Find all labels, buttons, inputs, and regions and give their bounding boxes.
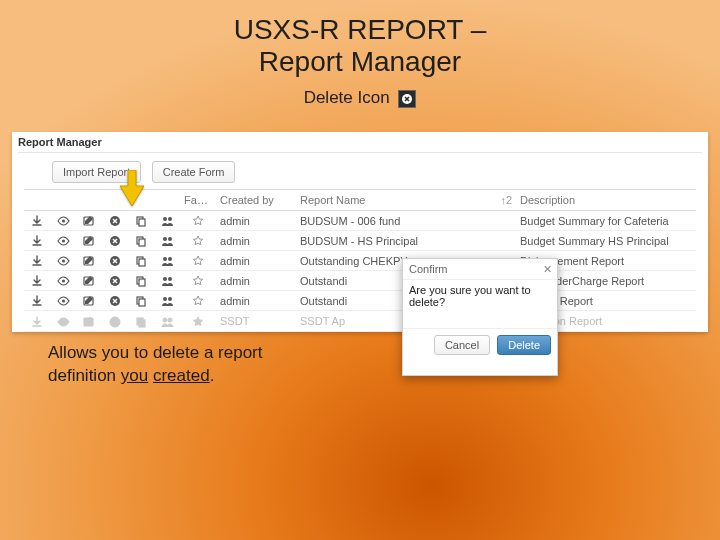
title-line2: Report Manager: [259, 46, 461, 77]
download-icon[interactable]: [24, 211, 50, 231]
svg-point-14: [168, 237, 172, 241]
share-icon[interactable]: [154, 291, 180, 311]
favorite-toggle[interactable]: [180, 211, 216, 231]
delete-icon-label-row: Delete Icon: [0, 88, 720, 108]
cancel-button[interactable]: Cancel: [434, 335, 490, 355]
svg-rect-19: [139, 259, 145, 266]
svg-point-35: [168, 297, 172, 301]
favorite-toggle[interactable]: [180, 311, 216, 331]
download-icon[interactable]: [24, 271, 50, 291]
dialog-close-icon[interactable]: ✕: [543, 263, 552, 276]
share-icon[interactable]: [154, 251, 180, 271]
delete-row-icon[interactable]: [102, 291, 128, 311]
download-icon[interactable]: [24, 311, 50, 331]
share-icon[interactable]: [154, 271, 180, 291]
cell-created-by: admin: [216, 231, 296, 251]
panel-title: Report Manager: [12, 132, 708, 150]
share-icon[interactable]: [154, 311, 180, 331]
view-icon[interactable]: [50, 251, 76, 271]
spacer-cell: [496, 231, 516, 251]
view-icon[interactable]: [50, 211, 76, 231]
svg-point-8: [61, 240, 64, 243]
table-row: adminOutstandihaseOrderCharge Report: [24, 271, 696, 291]
delete-button[interactable]: Delete: [497, 335, 551, 355]
download-icon[interactable]: [24, 231, 50, 251]
edit-icon[interactable]: [76, 251, 102, 271]
svg-point-7: [168, 217, 172, 221]
caption-word-created: created: [153, 366, 210, 385]
copy-icon[interactable]: [128, 271, 154, 291]
svg-point-29: [61, 300, 64, 303]
delete-icon: [398, 90, 416, 108]
col-sort-indicator: ↑2: [496, 190, 516, 211]
favorite-toggle[interactable]: [180, 291, 216, 311]
download-icon[interactable]: [24, 251, 50, 271]
svg-point-42: [168, 318, 172, 322]
table-row: adminOutstandiluisition Report: [24, 291, 696, 311]
col-report-name[interactable]: Report Name: [296, 190, 496, 211]
svg-point-36: [61, 320, 64, 323]
edit-icon[interactable]: [76, 211, 102, 231]
svg-point-6: [163, 217, 167, 221]
cell-created-by: SSDT: [216, 311, 296, 331]
svg-point-21: [168, 257, 172, 261]
report-manager-panel: Report Manager Import Report Create Form…: [12, 132, 708, 332]
view-icon[interactable]: [50, 231, 76, 251]
delete-row-icon[interactable]: [102, 211, 128, 231]
copy-icon[interactable]: [128, 291, 154, 311]
svg-rect-26: [139, 279, 145, 286]
svg-rect-40: [139, 320, 145, 327]
delete-row-icon[interactable]: [102, 231, 128, 251]
col-favorite[interactable]: Favorite: [180, 190, 216, 211]
favorite-toggle[interactable]: [180, 231, 216, 251]
view-icon[interactable]: [50, 291, 76, 311]
favorite-toggle[interactable]: [180, 251, 216, 271]
edit-icon[interactable]: [76, 311, 102, 331]
svg-point-15: [61, 260, 64, 263]
cell-created-by: admin: [216, 211, 296, 231]
reports-table: Favorite Created by Report Name ↑2 Descr…: [24, 189, 696, 332]
spacer-cell: [496, 211, 516, 231]
share-icon[interactable]: [154, 211, 180, 231]
caption-word-you: you: [121, 366, 148, 385]
caption-line1: Allows you to delete a report: [48, 343, 263, 362]
callout-arrow-icon: [120, 170, 144, 206]
delete-row-icon[interactable]: [102, 251, 128, 271]
svg-point-41: [163, 318, 167, 322]
cell-created-by: admin: [216, 291, 296, 311]
caption-word-definition: definition: [48, 366, 121, 385]
edit-icon[interactable]: [76, 291, 102, 311]
table-row: SSDTSSDT Apropriation Report: [24, 311, 696, 331]
edit-icon[interactable]: [76, 231, 102, 251]
share-icon[interactable]: [154, 231, 180, 251]
svg-point-22: [61, 280, 64, 283]
create-form-button[interactable]: Create Form: [152, 161, 236, 183]
copy-icon[interactable]: [128, 311, 154, 331]
svg-point-1: [61, 219, 64, 222]
dialog-message: Are you sure you want to delete?: [409, 284, 531, 308]
toolbar: Import Report Create Form: [12, 159, 708, 189]
svg-rect-12: [139, 239, 145, 246]
download-icon[interactable]: [24, 291, 50, 311]
dialog-title: Confirm: [409, 263, 448, 275]
col-created-by[interactable]: Created by: [216, 190, 296, 211]
table-row: adminBUDSUM - 006 fundBudget Summary for…: [24, 211, 696, 231]
view-icon[interactable]: [50, 271, 76, 291]
svg-point-20: [163, 257, 167, 261]
cell-description: Budget Summary for Cafeteria: [516, 211, 696, 231]
table-row: adminBUDSUM - HS PrincipalBudget Summary…: [24, 231, 696, 251]
table-row: adminOutstanding CHEKPYDisbursement Repo…: [24, 251, 696, 271]
delete-row-icon[interactable]: [102, 311, 128, 331]
svg-point-27: [163, 277, 167, 281]
edit-icon[interactable]: [76, 271, 102, 291]
view-icon[interactable]: [50, 311, 76, 331]
delete-icon-label: Delete Icon: [304, 88, 390, 107]
col-description[interactable]: Description: [516, 190, 696, 211]
copy-icon[interactable]: [128, 231, 154, 251]
slide-caption: Allows you to delete a report definition…: [48, 342, 263, 388]
copy-icon[interactable]: [128, 211, 154, 231]
favorite-toggle[interactable]: [180, 271, 216, 291]
copy-icon[interactable]: [128, 251, 154, 271]
cell-created-by: admin: [216, 271, 296, 291]
delete-row-icon[interactable]: [102, 271, 128, 291]
